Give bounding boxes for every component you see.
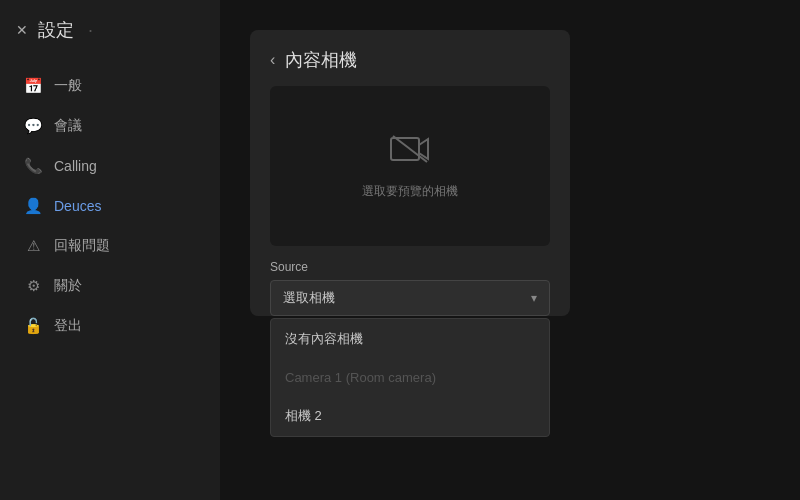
source-dropdown[interactable]: 選取相機 ▾: [270, 280, 550, 316]
source-label: Source: [250, 260, 570, 280]
camera-off-icon: [390, 133, 430, 173]
camera-preview: 選取要預覽的相機: [270, 86, 550, 246]
svg-rect-0: [391, 138, 419, 160]
chat-icon: 💬: [24, 117, 42, 135]
sidebar-item-label-general: 一般: [54, 77, 82, 95]
sidebar-item-label-deuces: Deuces: [54, 198, 101, 214]
dropdown-menu: 沒有內容相機 Camera 1 (Room camera) 相機 2: [270, 318, 550, 437]
panel-header: ‹ 內容相機: [250, 30, 570, 86]
sidebar-title: 設定: [38, 18, 74, 42]
source-dropdown-container: 選取相機 ▾ 沒有內容相機 Camera 1 (Room camera) 相機 …: [270, 280, 550, 316]
sidebar-item-deuces[interactable]: 👤 Deuces: [6, 187, 214, 225]
svg-line-1: [393, 136, 427, 162]
calendar-icon: 📅: [24, 77, 42, 95]
sidebar-item-meetings[interactable]: 💬 會議: [6, 107, 214, 145]
logout-icon: 🔓: [24, 317, 42, 335]
back-icon[interactable]: ‹: [270, 51, 275, 69]
settings-panel: ‹ 內容相機 選取要預覽的相機 Source 選取相機 ▾ 沒有內容相機: [250, 30, 570, 316]
camera-off-text: 選取要預覽的相機: [362, 183, 458, 200]
dropdown-arrow-icon: ▾: [531, 291, 537, 305]
sidebar-divider: ·: [88, 20, 93, 41]
dropdown-selected-text: 選取相機: [283, 289, 335, 307]
sidebar: ✕ 設定 · 📅 一般 💬 會議 📞 Calling 👤 Deuces ⚠ 回報…: [0, 0, 220, 500]
person-icon: 👤: [24, 197, 42, 215]
phone-icon: 📞: [24, 157, 42, 175]
sidebar-item-label-calling: Calling: [54, 158, 97, 174]
sidebar-header: ✕ 設定 ·: [0, 0, 220, 60]
sidebar-item-label-logout: 登出: [54, 317, 82, 335]
sidebar-item-label-about: 關於: [54, 277, 82, 295]
sidebar-item-about[interactable]: ⚙ 關於: [6, 267, 214, 305]
gear-icon: ⚙: [24, 277, 42, 295]
close-icon[interactable]: ✕: [16, 22, 28, 38]
sidebar-item-report[interactable]: ⚠ 回報問題: [6, 227, 214, 265]
panel-title: 內容相機: [285, 48, 357, 72]
sidebar-item-calling[interactable]: 📞 Calling: [6, 147, 214, 185]
dropdown-option-no-camera[interactable]: 沒有內容相機: [271, 319, 549, 359]
main-content: ‹ 內容相機 選取要預覽的相機 Source 選取相機 ▾ 沒有內容相機: [220, 0, 800, 500]
warning-icon: ⚠: [24, 237, 42, 255]
dropdown-option-camera1: Camera 1 (Room camera): [271, 359, 549, 396]
dropdown-option-camera2[interactable]: 相機 2: [271, 396, 549, 436]
sidebar-item-logout[interactable]: 🔓 登出: [6, 307, 214, 345]
sidebar-item-general[interactable]: 📅 一般: [6, 67, 214, 105]
sidebar-nav: 📅 一般 💬 會議 📞 Calling 👤 Deuces ⚠ 回報問題 ⚙ 關於…: [0, 60, 220, 352]
sidebar-item-label-meetings: 會議: [54, 117, 82, 135]
sidebar-item-label-report: 回報問題: [54, 237, 110, 255]
